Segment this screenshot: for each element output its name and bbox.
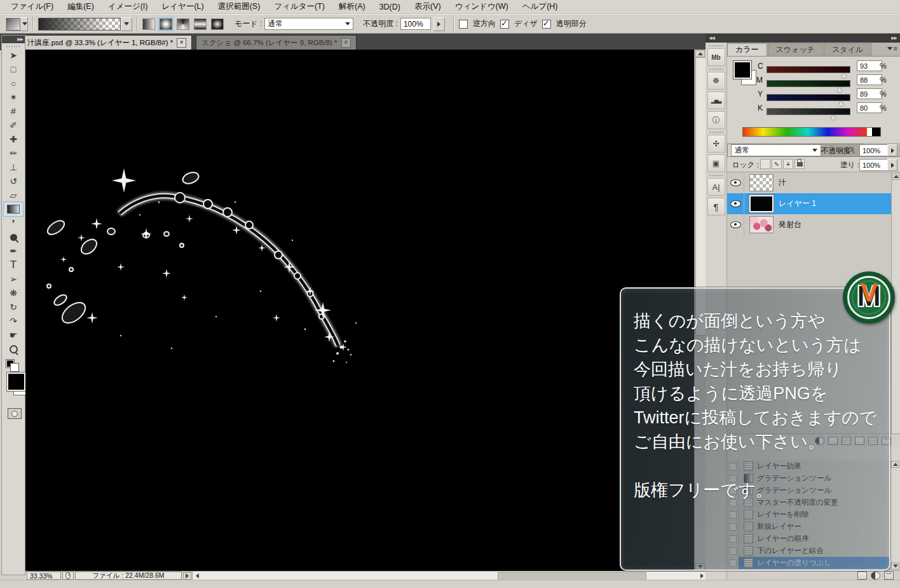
mini-bridge-icon[interactable]: Mb	[707, 48, 725, 66]
lasso-tool[interactable]: ○	[4, 76, 23, 90]
reflected-gradient-button[interactable]	[194, 18, 207, 30]
linear-gradient-button[interactable]	[142, 18, 155, 30]
layer-thumbnail[interactable]	[749, 195, 774, 212]
info-icon[interactable]: ⓘ	[707, 111, 725, 129]
document-canvas[interactable]	[25, 50, 694, 571]
rotate-3d-tool[interactable]: ↻	[4, 300, 23, 314]
visibility-cell[interactable]	[727, 193, 744, 214]
status-options-button[interactable]	[183, 572, 191, 580]
tool-presets-icon[interactable]: ✣	[707, 135, 725, 153]
menu-edit[interactable]: 編集(E)	[60, 0, 101, 13]
rectangular-marquee-tool[interactable]: □	[4, 62, 23, 76]
eye-icon[interactable]	[730, 200, 741, 207]
black-slider[interactable]	[767, 108, 850, 115]
tool-preset-picker[interactable]	[5, 17, 28, 31]
layer-row-layer1[interactable]: レイヤー 1	[727, 193, 891, 215]
brush-tool[interactable]: ✏	[4, 146, 23, 160]
cyan-slider[interactable]	[767, 66, 850, 73]
tab-styles[interactable]: スタイル	[824, 43, 871, 56]
transparency-checkbox[interactable]: 透明部分	[542, 18, 587, 29]
scroll-up-button[interactable]	[892, 173, 899, 180]
menu-3d[interactable]: 3D(D)	[372, 1, 407, 13]
layer-name[interactable]: 汁	[779, 177, 786, 188]
foreground-color-swatch[interactable]	[7, 373, 25, 391]
spectrum-black-swatch[interactable]	[872, 127, 881, 137]
clone-stamp-tool[interactable]: ⊥	[4, 160, 23, 174]
path-selection-tool[interactable]: ➢	[4, 272, 23, 286]
menu-help[interactable]: ヘルプ(H)	[515, 0, 565, 13]
file-info-field[interactable]: ファイル : 22.4M/28.6M	[75, 571, 182, 580]
lock-position-icon[interactable]: +	[783, 159, 793, 169]
menu-analysis[interactable]: 解析(A)	[332, 0, 372, 13]
menu-layer[interactable]: レイヤー(L)	[155, 0, 211, 13]
layer-thumbnail[interactable]	[749, 216, 774, 233]
menu-view[interactable]: 表示(V)	[407, 0, 448, 13]
document-tab-active[interactable]: 汁講座.psd @ 33.3% (レイヤー 1, RGB/8#) * ×	[22, 35, 192, 50]
gradient-tool[interactable]	[4, 202, 23, 216]
dodge-tool[interactable]	[4, 230, 23, 244]
gradient-picker-arrow[interactable]	[121, 17, 132, 31]
gradient-editor[interactable]	[38, 17, 132, 31]
panel-grip[interactable]	[6, 46, 20, 47]
slider-thumb[interactable]	[831, 115, 836, 120]
lock-transparency-icon[interactable]	[760, 159, 770, 169]
lock-pixels-icon[interactable]: ✎	[772, 159, 782, 169]
document-tab-inactive[interactable]: スクショ @ 66.7% (レイヤー 9, RGB/8) * ×	[196, 35, 357, 50]
magenta-slider[interactable]	[767, 80, 850, 87]
black-value-input[interactable]: 80	[857, 102, 882, 113]
delete-state-icon[interactable]	[884, 571, 894, 580]
character-icon[interactable]: A|	[707, 178, 725, 196]
blend-mode-select[interactable]: 通常	[264, 18, 353, 30]
collapse-panels-icon[interactable]: ▶▶	[891, 36, 897, 41]
eraser-tool[interactable]: ▱	[4, 188, 23, 202]
menu-select[interactable]: 選択範囲(S)	[211, 0, 268, 13]
type-tool[interactable]: T	[4, 258, 23, 272]
layer-name[interactable]: レイヤー 1	[779, 198, 816, 209]
visibility-cell[interactable]	[727, 172, 744, 193]
reverse-checkbox[interactable]: 逆方向	[459, 18, 496, 29]
panel-grip[interactable]	[709, 132, 723, 133]
orbit-3d-tool[interactable]: ↷	[4, 314, 23, 328]
scroll-right-button[interactable]	[698, 572, 706, 579]
new-snapshot-icon[interactable]	[871, 571, 880, 580]
scroll-up-button[interactable]	[695, 50, 705, 57]
fill-spinner[interactable]	[887, 159, 897, 171]
opacity-spinner[interactable]	[887, 144, 897, 156]
collapse-dock-icon[interactable]: ◀◀	[709, 36, 714, 41]
quick-mask-button[interactable]	[8, 408, 22, 419]
gradient-preview[interactable]	[38, 18, 121, 31]
layer-name[interactable]: 発射台	[779, 219, 801, 230]
eye-icon[interactable]	[730, 221, 741, 228]
menu-filter[interactable]: フィルター(T)	[267, 0, 332, 13]
histogram-icon[interactable]: ▂▅▃	[707, 92, 725, 109]
layer-row-juice[interactable]: 汁	[727, 172, 891, 194]
canvas-horizontal-scrollbar[interactable]	[192, 571, 706, 580]
clone-source-icon[interactable]: ▣	[707, 154, 725, 172]
opacity-input[interactable]: 100%	[400, 18, 431, 30]
magenta-value-input[interactable]: 88	[857, 74, 882, 85]
history-scrollbar[interactable]	[890, 460, 900, 570]
checkbox-checked-icon[interactable]	[542, 20, 551, 29]
scroll-down-button[interactable]	[891, 563, 899, 570]
pen-tool[interactable]: ✒	[4, 244, 23, 258]
checkbox-icon[interactable]	[459, 20, 468, 29]
panel-menu-icon[interactable]: ≡	[887, 44, 897, 52]
new-document-from-state-icon[interactable]	[857, 571, 867, 580]
cyan-value-input[interactable]: 93	[857, 60, 882, 71]
diamond-gradient-button[interactable]	[211, 18, 224, 30]
switch-colors-icon[interactable]	[11, 364, 18, 371]
zoom-tool[interactable]	[4, 342, 23, 356]
radial-gradient-button[interactable]	[160, 18, 172, 30]
eye-icon[interactable]	[730, 179, 741, 186]
history-brush-tool[interactable]: ↺	[4, 174, 23, 188]
close-icon[interactable]: ×	[341, 38, 351, 48]
scroll-left-button[interactable]	[193, 572, 201, 579]
layer-opacity-input[interactable]: 100%	[859, 144, 889, 156]
tab-color[interactable]: カラー	[727, 43, 767, 56]
spot-healing-brush-tool[interactable]: ✚	[4, 132, 23, 146]
panel-grip[interactable]	[709, 45, 723, 46]
hand-tool[interactable]: ☛	[4, 328, 23, 342]
yellow-slider[interactable]	[767, 94, 850, 101]
tools-panel-header[interactable]: ▶▶	[2, 36, 25, 43]
layer-blend-mode-select[interactable]: 通常	[731, 144, 821, 156]
